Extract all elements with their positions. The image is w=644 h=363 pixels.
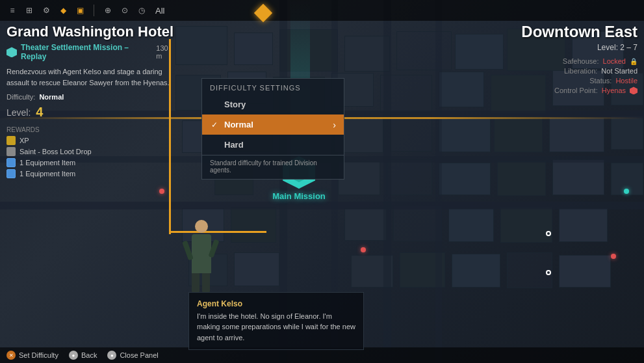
reward-boss: Saint - Boss Loot Drop xyxy=(6,147,175,156)
set-difficulty-label: Set Difficulty xyxy=(19,351,58,359)
players-icon[interactable]: ⊙ xyxy=(119,5,131,16)
liberation-label: Liberation: xyxy=(564,67,597,75)
control-point-stat: Control Point: Hyenas xyxy=(495,87,638,94)
reward-equip-1-text: 1 Equipment Item xyxy=(19,159,75,167)
normal-label: Normal xyxy=(224,120,253,129)
reward-xp: XP xyxy=(6,136,175,145)
story-label: Story xyxy=(224,100,246,109)
difficulty-option-normal[interactable]: ✓ Normal › xyxy=(202,114,344,135)
rewards-section: Rewards XP Saint - Boss Loot Drop 1 Equi… xyxy=(6,126,175,178)
mission-subtitle: Theater Settlement Mission – Replay 130 … xyxy=(6,43,175,61)
agent-character xyxy=(182,220,221,298)
enemy-marker-1 xyxy=(159,189,164,194)
reward-equip-2-text: 1 Equipment Item xyxy=(19,170,75,178)
back-label: Back xyxy=(81,351,97,359)
difficulty-dropdown-title: Difficulty Settings xyxy=(202,79,344,94)
story-check xyxy=(210,100,219,109)
status-value: Hostile xyxy=(615,77,638,85)
point-marker-1 xyxy=(624,189,629,194)
point-marker-3 xyxy=(546,270,551,275)
hard-label: Hard xyxy=(224,140,244,150)
reward-equip-1: 1 Equipment Item xyxy=(6,158,175,167)
point-marker-2 xyxy=(546,231,551,236)
liberation-value: Not Started xyxy=(601,67,638,75)
status-stat: Status: Hostile xyxy=(495,77,638,85)
rewards-label: Rewards xyxy=(6,126,175,133)
status-label: Status: xyxy=(589,77,612,85)
settings-icon[interactable]: ⊕ xyxy=(102,5,114,16)
reward-equip-2: 1 Equipment Item xyxy=(6,169,175,178)
difficulty-label: Difficulty: xyxy=(6,93,35,101)
top-bar: ≡ ⊞ ⚙ ◆ ▣ ⊕ ⊙ ◷ All xyxy=(0,0,644,21)
mission-type-icon xyxy=(6,47,17,57)
equip-icon-1 xyxy=(6,158,16,167)
normal-chevron: › xyxy=(333,120,336,130)
level-value: 4 xyxy=(36,105,43,120)
hard-check xyxy=(210,141,219,150)
set-difficulty-icon: ✕ xyxy=(6,351,16,360)
enemy-marker-3 xyxy=(611,254,616,259)
boss-icon xyxy=(6,147,16,156)
difficulty-description: Standard difficulty for trained Division… xyxy=(202,155,344,179)
close-panel-icon: ● xyxy=(107,351,116,360)
back-icon: ● xyxy=(69,351,78,360)
agent-dialog: Agent Kelso I'm inside the hotel. No sig… xyxy=(188,292,364,351)
close-panel-label: Close Panel xyxy=(120,351,158,359)
star-icon[interactable]: ◆ xyxy=(57,5,69,16)
difficulty-value: Normal xyxy=(39,93,64,101)
area-level-label: Level: xyxy=(597,43,620,52)
area-level: Level: 2 – 7 xyxy=(495,43,638,52)
distance-text: 130 m xyxy=(156,44,175,60)
level-label: Level: xyxy=(6,107,31,118)
difficulty-option-story[interactable]: Story xyxy=(202,94,344,114)
area-level-range: 2 – 7 xyxy=(620,43,638,52)
mission-type-text: Theater Settlement Mission – Replay xyxy=(21,43,152,61)
safehouse-stat: Safehouse: Locked 🔒 xyxy=(495,57,638,65)
clock-icon[interactable]: ◷ xyxy=(136,5,148,16)
area-name: Downtown East xyxy=(495,23,638,40)
close-panel-btn[interactable]: ● Close Panel xyxy=(107,351,158,360)
faction-icon xyxy=(630,87,638,94)
main-mission-label: Main Mission xyxy=(272,191,326,201)
normal-check: ✓ xyxy=(210,120,219,129)
xp-icon xyxy=(6,136,16,145)
mission-description: Rendezvous with Agent Kelso and stage a … xyxy=(6,66,175,88)
filter-label: All xyxy=(155,6,164,16)
difficulty-option-hard[interactable]: Hard xyxy=(202,135,344,155)
safehouse-label: Safehouse: xyxy=(563,57,599,65)
agent-speech: I'm inside the hotel. No sign of Eleanor… xyxy=(197,311,355,343)
separator-1 xyxy=(94,5,94,16)
right-panel: Downtown East Level: 2 – 7 Safehouse: Lo… xyxy=(495,23,638,96)
mission-title: Grand Washington Hotel xyxy=(6,23,175,40)
difficulty-dropdown: Difficulty Settings Story ✓ Normal › Har… xyxy=(201,78,344,180)
equip-icon-2 xyxy=(6,169,16,178)
liberation-stat: Liberation: Not Started xyxy=(495,67,638,75)
map-icon[interactable]: ⊞ xyxy=(23,5,35,16)
set-difficulty-btn[interactable]: ✕ Set Difficulty xyxy=(6,351,58,360)
control-point-value: Hyenas xyxy=(602,87,626,94)
difficulty-line: Difficulty: Normal xyxy=(6,93,175,101)
control-point-label: Control Point: xyxy=(554,87,598,94)
reward-xp-text: XP xyxy=(19,137,29,144)
agent-name: Agent Kelso xyxy=(197,299,355,308)
safehouse-value: Locked xyxy=(603,57,626,65)
lock-icon: 🔒 xyxy=(630,58,638,65)
backpack-icon[interactable]: ▣ xyxy=(74,5,86,16)
left-panel: Grand Washington Hotel Theater Settlemen… xyxy=(6,23,175,183)
gear-icon[interactable]: ⚙ xyxy=(40,5,52,16)
enemy-marker-2 xyxy=(361,247,366,252)
menu-icon[interactable]: ≡ xyxy=(6,5,18,16)
reward-boss-text: Saint - Boss Loot Drop xyxy=(19,148,92,155)
back-btn[interactable]: ● Back xyxy=(69,351,97,360)
level-line: Level: 4 xyxy=(6,105,175,120)
